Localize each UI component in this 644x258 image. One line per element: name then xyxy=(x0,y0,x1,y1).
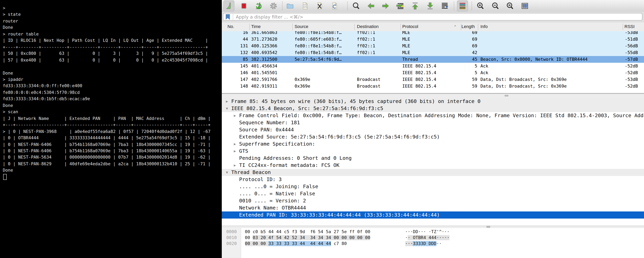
hex-ascii: ···DD··· ·TZ'^··· xyxy=(405,229,450,234)
go-to-bottom-icon[interactable] xyxy=(424,0,436,12)
packet-row-132[interactable]: 132400.693542fe80::f8e1:54b8:f…ff02::1ML… xyxy=(222,49,644,56)
packet-row-44[interactable]: 44371.273620fe80::605f:e603:f…ff02::1MLE… xyxy=(222,36,644,42)
terminal-text: > > state router Done > router table | I… xyxy=(3,5,210,174)
zoom-out-icon[interactable] xyxy=(490,0,500,12)
zoom-in-icon[interactable] xyxy=(475,0,486,12)
packet-row-148[interactable]: 148402.9193110x369eBroadcastIEEE 802.15.… xyxy=(222,83,644,89)
capture-options-gear-icon[interactable] xyxy=(268,0,279,12)
detail-row[interactable]: ▼Thread Beacon xyxy=(222,169,644,176)
go-forward-icon[interactable] xyxy=(380,0,391,12)
tree-collapsed-icon[interactable]: ▶ xyxy=(226,100,228,103)
detail-row[interactable]: ▶GTS xyxy=(222,147,644,154)
cell-time: 371.273620 xyxy=(251,36,277,42)
cell-proto: MLE xyxy=(402,31,410,35)
restart-capture-icon[interactable] xyxy=(253,0,264,12)
detail-text: Superframe Specification: xyxy=(239,141,315,147)
tree-expanded-icon[interactable]: ▼ xyxy=(226,106,228,110)
go-to-packet-icon[interactable] xyxy=(395,0,406,12)
column-separator[interactable] xyxy=(292,24,292,30)
splitter-handle[interactable] xyxy=(486,226,490,228)
detail-row[interactable]: ▶Frame 85: 45 bytes on wire (360 bits), … xyxy=(222,98,644,105)
sort-ascending-indicator: ^ xyxy=(454,25,456,28)
detail-row[interactable]: ▼IEEE 802.15.4 Beacon, Src: 5e:27:5a:54:… xyxy=(222,105,644,112)
go-to-top-icon[interactable] xyxy=(410,0,421,12)
colorize-icon[interactable] xyxy=(457,0,468,12)
find-packet-icon[interactable] xyxy=(350,0,362,12)
cell-no: 148 xyxy=(226,84,248,88)
detail-row[interactable]: Extended PAN ID: 33:33:33:33:44:44:44:44… xyxy=(222,211,644,218)
hex-ascii: ···3333D DDD·· xyxy=(405,241,442,246)
cell-src: 5e:27:5a:54:f6:9d… xyxy=(294,56,342,62)
column-separator[interactable] xyxy=(249,24,250,30)
column-header-length[interactable]: Length xyxy=(462,24,475,28)
packet-detail-pane: ▶Frame 85: 45 bytes on wire (360 bits), … xyxy=(222,98,644,226)
cell-no: 147 xyxy=(226,77,248,82)
tree-collapsed-icon[interactable]: ▶ xyxy=(234,163,236,167)
detail-row[interactable]: ▶TI CC24xx-format metadata: FCS OK xyxy=(222,162,644,169)
cell-info: Beacon, Src: 0x0000, Network ID: OTBR444… xyxy=(480,56,588,62)
stop-capture-icon[interactable] xyxy=(238,0,249,12)
wireshark-fin-icon[interactable] xyxy=(223,0,234,12)
column-separator[interactable] xyxy=(622,24,623,30)
cell-len: 5 xyxy=(458,63,477,68)
column-separator[interactable] xyxy=(354,24,354,30)
tree-expanded-icon[interactable]: ▼ xyxy=(226,170,228,174)
cell-rssi: -52dB xyxy=(606,84,638,88)
hex-row-0000[interactable]: 000000 c0 b5 44 44 c5 f3 9d f6 54 5a 27 … xyxy=(222,228,644,234)
detail-row[interactable]: ▶Superframe Specification: xyxy=(222,140,644,147)
auto-scroll-icon[interactable] xyxy=(439,0,450,12)
packet-row-146[interactable]: 146401.545501IEEE 802.15.45Ack-52dB xyxy=(222,69,644,76)
hex-row-0010[interactable]: 001000 03 20 4f 54 42 52 34 34 34 34 00 … xyxy=(222,234,644,240)
resize-columns-icon[interactable] xyxy=(519,0,530,12)
column-header-protocol[interactable]: Protocol xyxy=(402,24,418,28)
detail-text: .... 0... = Native: False xyxy=(239,190,315,196)
hex-offset: 0000 xyxy=(226,229,237,234)
tree-collapsed-icon[interactable]: ▶ xyxy=(234,114,236,118)
column-header-source[interactable]: Source xyxy=(294,24,308,28)
zoom-reset-icon[interactable] xyxy=(504,0,515,12)
hex-row-0020[interactable]: 002000 00 00 33 33 33 33 44 44 44 44 c7 … xyxy=(222,240,644,246)
close-file-icon[interactable] xyxy=(314,0,325,12)
column-separator[interactable] xyxy=(461,24,461,30)
terminal-pane[interactable]: > > state router Done > router table | I… xyxy=(0,0,222,258)
wireshark-toolbar: 010100110101110 xyxy=(222,0,644,12)
column-separator[interactable] xyxy=(478,24,478,30)
detail-row[interactable]: Extended Source: 5e:27:5a:54:f6:9d:f3:c5… xyxy=(222,133,644,140)
tree-collapsed-icon[interactable]: ▶ xyxy=(234,149,236,153)
packet-row-145[interactable]: 145401.456634IEEE 802.15.45Ack-52dB xyxy=(222,62,644,69)
cell-no: 16 xyxy=(226,31,248,35)
packet-row-131[interactable]: 131400.125366fe80::f8e1:54b8:f…ff02::1ML… xyxy=(222,42,644,49)
cell-rssi: -52dB xyxy=(606,63,638,68)
tree-collapsed-icon[interactable]: ▶ xyxy=(234,142,236,146)
cell-time: 400.693542 xyxy=(251,50,277,55)
column-header-info[interactable]: Info xyxy=(480,24,488,28)
column-header-time[interactable]: Time xyxy=(251,24,261,28)
column-header-no[interactable]: No. xyxy=(228,24,234,28)
detail-row[interactable]: .... ...0 = Joining: False xyxy=(222,183,644,190)
detail-row[interactable]: Protocol ID: 3 xyxy=(222,176,644,183)
detail-row[interactable]: Source PAN: 0x4444 xyxy=(222,126,644,133)
hex-highlight-gray: 00 00 00 xyxy=(245,241,268,246)
detail-text: 0010 .... = Version: 2 xyxy=(239,198,306,204)
column-header-destination[interactable]: Destination xyxy=(357,24,379,28)
go-back-icon[interactable] xyxy=(366,0,376,12)
column-header-rssi[interactable]: RSSI xyxy=(624,24,634,28)
detail-row[interactable]: 0010 .... = Version: 2 xyxy=(222,197,644,204)
detail-row[interactable]: Pending Addresses: 0 Short and 0 Long xyxy=(222,154,644,162)
open-file-folder-icon[interactable] xyxy=(284,0,296,12)
packet-row-16[interactable]: 16361.665863fe80::f8e1:54b8:f…ff02::1MLE… xyxy=(222,31,644,36)
detail-row[interactable]: Network Name: OTBR4444 xyxy=(222,204,644,211)
packet-row-147[interactable]: 147402.5917660x369eBroadcastIEEE 802.15.… xyxy=(222,76,644,83)
hex-text: 00 c0 b5 44 44 c5 f3 9d f6 54 5a 27 5e f… xyxy=(245,229,370,234)
splitter-list-detail[interactable] xyxy=(222,93,644,98)
save-file-icon[interactable]: 010100110101110 xyxy=(299,0,310,12)
packet-row-85[interactable]: 85382.3125005e:27:5a:54:f6:9d…Thread45Be… xyxy=(222,56,644,62)
splitter-handle[interactable] xyxy=(504,95,508,96)
detail-row[interactable]: ▶Frame Control Field: 0xc000, Frame Type… xyxy=(222,112,644,119)
detail-row[interactable]: .... 0... = Native: False xyxy=(222,190,644,197)
display-filter-input[interactable] xyxy=(223,13,642,20)
detail-row[interactable]: Sequence Number: 181 xyxy=(222,119,644,126)
column-separator[interactable] xyxy=(400,24,401,30)
hex-bytes: 00 03 20 4f 54 42 52 34 34 34 34 00 00 0… xyxy=(245,235,370,240)
reload-file-icon[interactable] xyxy=(329,0,340,12)
